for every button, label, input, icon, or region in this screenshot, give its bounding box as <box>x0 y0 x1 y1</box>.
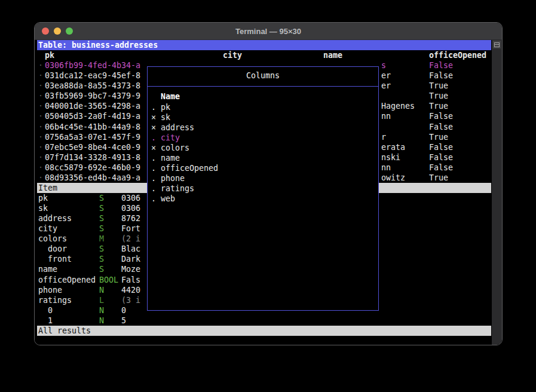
item-value: Blac <box>121 244 140 254</box>
column-option-label: web <box>161 194 175 204</box>
column-option-city[interactable]: .city <box>148 133 378 143</box>
row-bullet-icon: · <box>38 142 43 152</box>
row-bullet-icon: · <box>38 101 43 111</box>
item-type-badge: S <box>99 193 104 203</box>
officeopened-cell: False <box>429 122 453 132</box>
split-pane-icon[interactable] <box>493 41 501 48</box>
officeopened-cell: True <box>429 101 448 111</box>
pk-cell: 06b4c45e-41bb-44a9-8 <box>45 122 140 132</box>
visibility-marker-icon: . <box>151 194 156 204</box>
column-option-sk[interactable]: ×sk <box>148 112 378 122</box>
item-type-badge: N <box>99 305 104 316</box>
item-type-badge: S <box>99 213 104 223</box>
item-type-badge: S <box>99 203 104 213</box>
columns-dialog-name-header: Name <box>161 91 180 102</box>
column-header-pk: pk <box>45 50 54 60</box>
zoom-button[interactable] <box>66 27 73 35</box>
pk-cell: 08cc5879-692e-46b0-9 <box>45 163 140 173</box>
pk-cell: 03ea88da-8a55-4373-8 <box>45 81 140 91</box>
table-title-label: Table: business-addresses <box>38 40 158 50</box>
column-option-address[interactable]: ×address <box>148 122 378 133</box>
column-option-ratings[interactable]: .ratings <box>148 183 378 194</box>
scrollbar[interactable] <box>492 40 502 345</box>
name-cell: nn <box>381 111 391 121</box>
row-bullet-icon: · <box>38 163 43 173</box>
name-cell: er <box>381 81 391 91</box>
item-type-badge: S <box>99 254 104 264</box>
item-value: Moze <box>121 264 140 274</box>
name-cell: r <box>381 132 386 142</box>
name-cell: owitz <box>381 173 405 183</box>
officeopened-cell: True <box>429 81 448 91</box>
officeopened-cell: False <box>429 152 453 163</box>
pk-cell: 08d93356-ed4b-4aa9-a <box>45 173 140 183</box>
column-option-label: name <box>161 153 180 163</box>
row-bullet-icon: · <box>38 71 43 81</box>
column-option-label: address <box>161 122 194 133</box>
officeopened-cell: True <box>429 91 448 101</box>
item-key: sk <box>38 203 48 213</box>
visibility-marker-icon: × <box>151 112 156 122</box>
visibility-marker-icon: . <box>151 183 156 194</box>
item-value: Fals <box>121 275 140 285</box>
item-type-badge: L <box>99 295 104 305</box>
officeopened-cell: False <box>429 60 453 71</box>
pk-cell: 050405d3-2a0f-4d19-a <box>45 111 140 121</box>
name-cell: Hagenes <box>381 101 415 111</box>
item-key: colors <box>38 234 67 244</box>
visibility-marker-icon: . <box>151 102 156 112</box>
table-header-row: pk city name officeOpened <box>37 50 491 60</box>
officeopened-cell: False <box>429 163 453 173</box>
status-bar-label: All results <box>38 326 91 336</box>
officeopened-cell: True <box>429 173 448 183</box>
column-option-label: city <box>161 133 180 143</box>
column-option-web[interactable]: .web <box>148 194 378 204</box>
officeopened-cell: True <box>429 132 448 142</box>
item-value: (3 i <box>121 295 140 305</box>
row-bullet-icon: · <box>38 122 43 132</box>
terminal-content: Table: business-addresses pk city name o… <box>37 40 491 345</box>
item-key: city <box>38 223 57 234</box>
column-option-officeOpened[interactable]: .officeOpened <box>148 163 378 173</box>
item-value: 4420 <box>121 285 140 295</box>
item-key: ratings <box>38 295 72 305</box>
pk-cell: 040001de-3565-4298-a <box>45 101 140 111</box>
pk-cell: 0306fb99-4fed-4b34-a <box>45 60 140 71</box>
column-option-label: sk <box>161 112 170 122</box>
item-value: Fort <box>121 223 140 234</box>
officeopened-cell: False <box>429 71 453 81</box>
row-bullet-icon: · <box>38 81 43 91</box>
minimize-button[interactable] <box>54 27 61 35</box>
terminal-screen: Table: business-addresses pk city name o… <box>35 40 502 345</box>
item-key: 1 <box>48 316 53 326</box>
row-bullet-icon: · <box>38 91 43 101</box>
column-option-name[interactable]: .name <box>148 153 378 163</box>
visibility-marker-icon: . <box>151 133 156 143</box>
officeopened-cell: False <box>429 111 453 121</box>
item-row[interactable]: 1N5 <box>37 316 491 326</box>
pk-cell: 03fb5969-9bc7-4379-9 <box>45 91 140 101</box>
item-key: front <box>48 254 72 264</box>
column-option-pk[interactable]: .pk <box>148 102 378 112</box>
visibility-marker-icon: . <box>151 153 156 163</box>
column-option-label: officeOpened <box>161 163 218 173</box>
pk-cell: 07ebc5e9-8be4-4ce0-9 <box>45 142 140 152</box>
window-titlebar[interactable]: Terminal — 95×30 <box>35 23 502 40</box>
column-header-name: name <box>323 50 342 60</box>
item-type-badge: N <box>99 285 104 295</box>
item-panel-header-label: Item <box>38 183 57 193</box>
column-option-label: pk <box>161 102 170 112</box>
column-header-officeopened: officeOpened <box>429 50 486 60</box>
item-type-badge: M <box>99 234 104 244</box>
item-value: 8762 <box>121 213 140 223</box>
column-option-colors[interactable]: ×colors <box>148 143 378 153</box>
column-option-phone[interactable]: .phone <box>148 173 378 183</box>
item-type-badge: S <box>99 264 104 274</box>
visibility-marker-icon: × <box>151 122 156 133</box>
pk-cell: 0756a5a3-07e1-457f-9 <box>45 132 140 142</box>
close-button[interactable] <box>42 27 49 35</box>
item-value: 0 <box>121 305 126 316</box>
item-type-badge: S <box>99 223 104 234</box>
name-cell: s <box>381 60 386 71</box>
row-bullet-icon: · <box>38 132 43 142</box>
